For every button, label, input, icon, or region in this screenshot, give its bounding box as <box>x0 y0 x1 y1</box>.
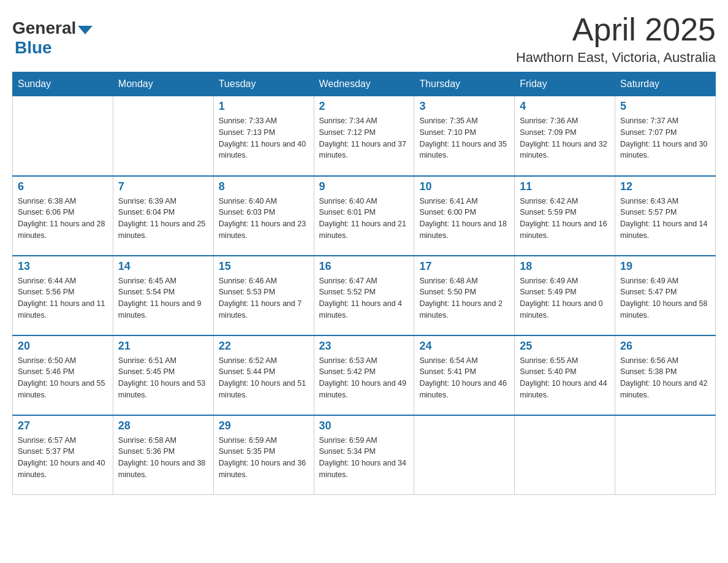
day-info: Sunrise: 6:39 AMSunset: 6:04 PMDaylight:… <box>118 196 208 242</box>
day-number: 24 <box>419 340 509 353</box>
logo-blue-text: Blue <box>15 38 52 57</box>
calendar-week-row: 6Sunrise: 6:38 AMSunset: 6:06 PMDaylight… <box>13 176 716 256</box>
calendar-day-cell: 1Sunrise: 7:33 AMSunset: 7:13 PMDaylight… <box>213 96 314 176</box>
day-number: 16 <box>319 260 409 273</box>
calendar-week-row: 13Sunrise: 6:44 AMSunset: 5:56 PMDayligh… <box>13 256 716 335</box>
day-info: Sunrise: 6:56 AMSunset: 5:38 PMDaylight:… <box>620 355 710 401</box>
calendar-day-cell: 22Sunrise: 6:52 AMSunset: 5:44 PMDayligh… <box>213 335 314 415</box>
logo-general-text: General <box>12 18 76 38</box>
calendar-day-cell: 29Sunrise: 6:59 AMSunset: 5:35 PMDayligh… <box>213 415 314 495</box>
day-number: 14 <box>118 260 208 273</box>
day-number: 7 <box>118 180 208 193</box>
calendar-day-header: Thursday <box>414 72 515 96</box>
day-number: 30 <box>319 419 409 432</box>
calendar-day-cell <box>414 415 515 495</box>
day-info: Sunrise: 6:54 AMSunset: 5:41 PMDaylight:… <box>419 355 509 401</box>
day-info: Sunrise: 6:49 AMSunset: 5:47 PMDaylight:… <box>620 275 710 321</box>
day-info: Sunrise: 6:42 AMSunset: 5:59 PMDaylight:… <box>520 196 610 242</box>
calendar-day-cell: 2Sunrise: 7:34 AMSunset: 7:12 PMDaylight… <box>314 96 414 176</box>
calendar-day-cell: 10Sunrise: 6:41 AMSunset: 6:00 PMDayligh… <box>414 176 515 256</box>
calendar-week-row: 20Sunrise: 6:50 AMSunset: 5:46 PMDayligh… <box>13 335 716 415</box>
calendar-day-cell: 15Sunrise: 6:46 AMSunset: 5:53 PMDayligh… <box>213 256 314 335</box>
day-number: 4 <box>520 100 610 113</box>
calendar-day-cell: 24Sunrise: 6:54 AMSunset: 5:41 PMDayligh… <box>414 335 515 415</box>
day-info: Sunrise: 7:36 AMSunset: 7:09 PMDaylight:… <box>520 115 610 161</box>
logo-arrow-icon <box>78 26 93 34</box>
calendar-day-cell: 8Sunrise: 6:40 AMSunset: 6:03 PMDaylight… <box>213 176 314 256</box>
day-info: Sunrise: 6:40 AMSunset: 6:03 PMDaylight:… <box>219 196 309 242</box>
title-block: April 2025 Hawthorn East, Victoria, Aust… <box>516 12 716 66</box>
day-number: 2 <box>319 100 409 113</box>
day-number: 15 <box>219 260 309 273</box>
day-info: Sunrise: 6:52 AMSunset: 5:44 PMDaylight:… <box>219 355 309 401</box>
calendar-day-cell: 28Sunrise: 6:58 AMSunset: 5:36 PMDayligh… <box>113 415 213 495</box>
calendar-header-row: SundayMondayTuesdayWednesdayThursdayFrid… <box>13 72 716 96</box>
day-info: Sunrise: 6:43 AMSunset: 5:57 PMDaylight:… <box>620 196 710 242</box>
day-info: Sunrise: 6:51 AMSunset: 5:45 PMDaylight:… <box>118 355 208 401</box>
day-number: 25 <box>520 340 610 353</box>
day-info: Sunrise: 6:55 AMSunset: 5:40 PMDaylight:… <box>520 355 610 401</box>
day-info: Sunrise: 6:46 AMSunset: 5:53 PMDaylight:… <box>219 275 309 321</box>
day-number: 23 <box>319 340 409 353</box>
calendar-day-cell: 16Sunrise: 6:47 AMSunset: 5:52 PMDayligh… <box>314 256 414 335</box>
calendar-day-header: Monday <box>113 72 213 96</box>
day-number: 22 <box>219 340 309 353</box>
calendar-day-cell: 11Sunrise: 6:42 AMSunset: 5:59 PMDayligh… <box>515 176 615 256</box>
calendar-week-row: 1Sunrise: 7:33 AMSunset: 7:13 PMDaylight… <box>13 96 716 176</box>
day-info: Sunrise: 7:34 AMSunset: 7:12 PMDaylight:… <box>319 115 409 161</box>
day-info: Sunrise: 7:37 AMSunset: 7:07 PMDaylight:… <box>620 115 710 161</box>
day-number: 26 <box>620 340 710 353</box>
day-info: Sunrise: 6:41 AMSunset: 6:00 PMDaylight:… <box>419 196 509 242</box>
calendar-day-cell <box>615 415 716 495</box>
day-info: Sunrise: 6:59 AMSunset: 5:34 PMDaylight:… <box>319 435 409 481</box>
day-info: Sunrise: 6:58 AMSunset: 5:36 PMDaylight:… <box>118 435 208 481</box>
calendar-day-header: Sunday <box>13 72 113 96</box>
calendar-day-cell: 13Sunrise: 6:44 AMSunset: 5:56 PMDayligh… <box>13 256 113 335</box>
calendar-day-header: Wednesday <box>314 72 414 96</box>
day-info: Sunrise: 6:38 AMSunset: 6:06 PMDaylight:… <box>18 196 108 242</box>
day-number: 6 <box>18 180 108 193</box>
day-number: 12 <box>620 180 710 193</box>
calendar-day-header: Tuesday <box>213 72 314 96</box>
calendar-day-cell: 14Sunrise: 6:45 AMSunset: 5:54 PMDayligh… <box>113 256 213 335</box>
calendar-day-cell <box>13 96 113 176</box>
page-header: General Blue April 2025 Hawthorn East, V… <box>12 12 716 66</box>
calendar-day-cell: 18Sunrise: 6:49 AMSunset: 5:49 PMDayligh… <box>515 256 615 335</box>
day-info: Sunrise: 7:33 AMSunset: 7:13 PMDaylight:… <box>219 115 309 161</box>
calendar-day-header: Saturday <box>615 72 716 96</box>
calendar-day-cell: 25Sunrise: 6:55 AMSunset: 5:40 PMDayligh… <box>515 335 615 415</box>
calendar-day-cell: 19Sunrise: 6:49 AMSunset: 5:47 PMDayligh… <box>615 256 716 335</box>
calendar-day-cell: 20Sunrise: 6:50 AMSunset: 5:46 PMDayligh… <box>13 335 113 415</box>
calendar-day-cell: 4Sunrise: 7:36 AMSunset: 7:09 PMDaylight… <box>515 96 615 176</box>
calendar-day-cell: 17Sunrise: 6:48 AMSunset: 5:50 PMDayligh… <box>414 256 515 335</box>
day-number: 8 <box>219 180 309 193</box>
day-number: 3 <box>419 100 509 113</box>
calendar-week-row: 27Sunrise: 6:57 AMSunset: 5:37 PMDayligh… <box>13 415 716 495</box>
calendar-day-cell <box>113 96 213 176</box>
day-info: Sunrise: 6:45 AMSunset: 5:54 PMDaylight:… <box>118 275 208 321</box>
calendar-day-cell: 21Sunrise: 6:51 AMSunset: 5:45 PMDayligh… <box>113 335 213 415</box>
day-info: Sunrise: 6:40 AMSunset: 6:01 PMDaylight:… <box>319 196 409 242</box>
calendar-day-cell: 26Sunrise: 6:56 AMSunset: 5:38 PMDayligh… <box>615 335 716 415</box>
day-info: Sunrise: 6:47 AMSunset: 5:52 PMDaylight:… <box>319 275 409 321</box>
day-info: Sunrise: 6:48 AMSunset: 5:50 PMDaylight:… <box>419 275 509 321</box>
day-number: 18 <box>520 260 610 273</box>
calendar-day-cell: 3Sunrise: 7:35 AMSunset: 7:10 PMDaylight… <box>414 96 515 176</box>
day-number: 29 <box>219 419 309 432</box>
logo: General Blue <box>12 12 93 58</box>
day-number: 5 <box>620 100 710 113</box>
day-number: 13 <box>18 260 108 273</box>
calendar-day-cell: 23Sunrise: 6:53 AMSunset: 5:42 PMDayligh… <box>314 335 414 415</box>
location-text: Hawthorn East, Victoria, Australia <box>516 50 716 66</box>
calendar-day-cell: 30Sunrise: 6:59 AMSunset: 5:34 PMDayligh… <box>314 415 414 495</box>
calendar-day-cell: 5Sunrise: 7:37 AMSunset: 7:07 PMDaylight… <box>615 96 716 176</box>
day-info: Sunrise: 6:59 AMSunset: 5:35 PMDaylight:… <box>219 435 309 481</box>
month-title: April 2025 <box>516 12 716 47</box>
calendar-day-header: Friday <box>515 72 615 96</box>
day-number: 20 <box>18 340 108 353</box>
calendar-day-cell: 6Sunrise: 6:38 AMSunset: 6:06 PMDaylight… <box>13 176 113 256</box>
day-number: 1 <box>219 100 309 113</box>
day-number: 19 <box>620 260 710 273</box>
calendar-table: SundayMondayTuesdayWednesdayThursdayFrid… <box>12 72 716 495</box>
day-number: 10 <box>419 180 509 193</box>
